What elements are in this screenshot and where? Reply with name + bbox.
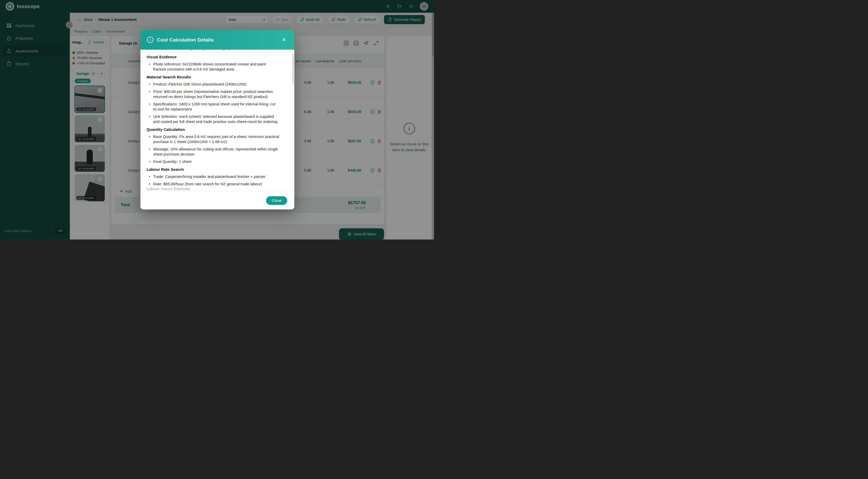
modal-title: Cost Calculation Details (157, 37, 280, 43)
section-heading: Quantity Calculation (147, 127, 288, 132)
bullet-item: Rate: $65.00/hour (from rate search for … (147, 181, 280, 186)
bullet-item: Wastage: 10% allowance for cutting and o… (147, 147, 280, 157)
bullet-item: Final Quantity: 1 sheet (147, 159, 280, 164)
cost-calculation-modal: i Cost Calculation Details ✕ plus paint … (141, 30, 294, 209)
bullet-item: Specifications: 2400 x 1200 mm typical s… (147, 102, 280, 112)
close-button[interactable]: Close (266, 196, 287, 205)
section-heading: Material Search Results (147, 75, 288, 79)
close-icon[interactable]: ✕ (280, 36, 288, 44)
app-root: Inoscope JH (0, 0, 434, 240)
section-heading: Labour Rate Search (147, 167, 288, 172)
bullet-item: Trade: Carpenter/lining installer and pl… (147, 174, 280, 179)
modal-body[interactable]: plus paint to match existing ceiling fin… (141, 49, 294, 191)
bullet-item: Unit Selection: 'each (sheet)' selected … (147, 114, 280, 124)
bullet-item: Product: Fletcher GIB 10mm plasterboard … (147, 82, 280, 87)
bullet-item: Photo reference: 0x122d64b shows concent… (147, 62, 280, 72)
modal-scrollbar[interactable] (292, 53, 293, 84)
section-heading: Visual Evidence (147, 55, 288, 59)
bullet-item: Price: $30.00 per sheet (representative … (147, 89, 280, 99)
bullet-item: Base Quantity: Fix area 0.6 m2 requires … (147, 134, 280, 144)
modal-footer: Close (141, 191, 294, 209)
info-icon: i (147, 37, 153, 43)
modal-header: i Cost Calculation Details ✕ (141, 30, 294, 49)
scrolled-partial-line: plus paint to match existing ceiling fin… (147, 50, 288, 52)
clipped-section-heading: Labour Hours Estimate (147, 186, 288, 191)
